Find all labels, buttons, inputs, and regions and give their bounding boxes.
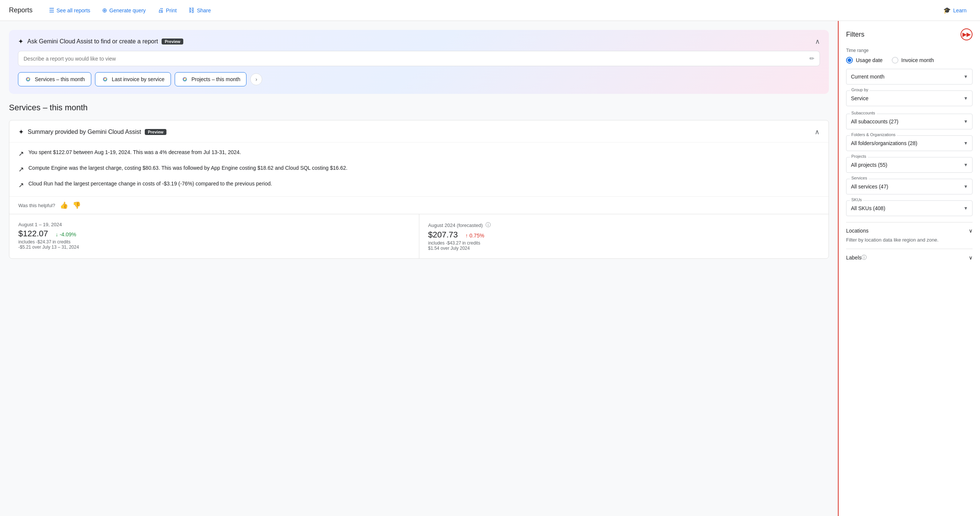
share-link[interactable]: ⛓ Share	[184, 5, 215, 16]
period2-label: August 2024 (forecasted) ⓘ	[428, 222, 820, 229]
period2-sub: includes -$43.27 in credits	[428, 240, 820, 246]
summary-header: ✦ Summary provided by Gemini Cloud Assis…	[10, 121, 829, 143]
print-link[interactable]: 🖨 Print	[153, 5, 181, 16]
skus-wrapper: SKUs All SKUs (408) ▼	[846, 200, 972, 216]
gemini-bar-header: ✦ Ask Gemini Cloud Assist to find or cre…	[18, 37, 820, 46]
summary-item-1: ↗ You spent $122.07 between Aug 1-19, 20…	[18, 148, 819, 159]
locations-section: Locations ∨ Filter by location data like…	[846, 222, 972, 249]
gemini-input-row: ✏	[18, 51, 820, 66]
period1-label: August 1 – 19, 2024	[18, 222, 410, 227]
thumbs-up-button[interactable]: 👍	[60, 201, 68, 210]
chips-next-button[interactable]: ›	[250, 73, 262, 85]
trend-icon-2: ↗	[18, 165, 24, 175]
labels-chevron-icon: ∨	[969, 255, 972, 260]
folders-orgs-wrapper: Folders & Organizations All folders/orga…	[846, 135, 972, 151]
locations-chevron-icon: ∨	[969, 228, 972, 234]
stat-box-period1: August 1 – 19, 2024 $122.07 ↓ -4.09% inc…	[10, 214, 419, 258]
trend-icon-1: ↗	[18, 149, 24, 159]
gcp-logo-icon-2	[101, 76, 109, 83]
share-icon: ⛓	[189, 7, 194, 14]
group-by-wrapper: Group by Service Project SKU Location ▼	[846, 90, 972, 106]
invoice-month-radio[interactable]	[892, 57, 899, 64]
period-dropdown[interactable]: Current month Last month Last 3 months L…	[846, 69, 972, 84]
subaccounts-dropdown[interactable]: All subaccounts (27)	[846, 114, 972, 129]
summary-collapse-icon[interactable]: ∧	[815, 128, 819, 136]
report-title: Services – this month	[9, 103, 829, 113]
summary-title: ✦ Summary provided by Gemini Cloud Assis…	[18, 128, 167, 136]
services-label: Services	[850, 176, 869, 180]
projects-label: Projects	[850, 154, 868, 159]
period-dropdown-wrapper: Current month Last month Last 3 months L…	[846, 69, 972, 84]
labels-header[interactable]: Labels ⓘ ∨	[846, 254, 972, 261]
collapse-icon[interactable]: ∧	[815, 37, 820, 46]
period2-change: ↑ 0.75%	[465, 233, 484, 238]
close-panel-icon: ▶▶	[963, 32, 970, 37]
locations-header[interactable]: Locations ∨	[846, 228, 972, 234]
subaccounts-wrapper: Subaccounts All subaccounts (27) ▼	[846, 114, 972, 129]
summary-preview-badge: Preview	[145, 129, 167, 135]
search-icon: ⊕	[102, 7, 107, 14]
nav-links: ☰ See all reports ⊕ Generate query 🖨 Pri…	[45, 5, 971, 16]
generate-query-link[interactable]: ⊕ Generate query	[98, 5, 150, 16]
period1-sub: includes -$24.37 in credits	[18, 239, 410, 245]
sparkle-icon: ✦	[18, 37, 24, 46]
gcp-logo-icon	[24, 76, 32, 83]
period2-value: $207.73	[428, 230, 458, 240]
trend-icon-3: ↗	[18, 180, 24, 191]
preview-badge: Preview	[162, 38, 183, 44]
filters-panel: Filters ▶▶ Time range Usage date Invoice…	[838, 21, 980, 516]
projects-dropdown[interactable]: All projects (55)	[846, 157, 972, 173]
stat-box-period2: August 2024 (forecasted) ⓘ $207.73 ↑ 0.7…	[419, 214, 829, 258]
group-by-label: Group by	[850, 87, 870, 92]
filters-header: Filters ▶▶	[846, 29, 972, 40]
summary-item-3: ↗ Cloud Run had the largest percentage c…	[18, 180, 819, 191]
helpful-row: Was this helpful? 👍 👎	[10, 196, 829, 214]
period1-top-row: $122.07 ↓ -4.09%	[18, 229, 410, 239]
period1-change-sub: -$5.21 over July 13 – 31, 2024	[18, 245, 410, 250]
edit-icon: ✏	[810, 55, 814, 62]
usage-date-option[interactable]: Usage date	[846, 57, 883, 64]
period1-value: $122.07	[18, 229, 48, 238]
chip-last-invoice[interactable]: Last invoice by service	[95, 72, 171, 86]
labels-section: Labels ⓘ ∨	[846, 249, 972, 266]
list-icon: ☰	[49, 7, 54, 14]
invoice-month-option[interactable]: Invoice month	[892, 57, 934, 64]
gemini-search-input[interactable]	[24, 56, 810, 62]
services-dropdown[interactable]: All services (47)	[846, 179, 972, 194]
top-nav: Reports ☰ See all reports ⊕ Generate que…	[0, 0, 980, 21]
skus-label: SKUs	[850, 197, 863, 202]
gemini-bar: ✦ Ask Gemini Cloud Assist to find or cre…	[9, 30, 829, 94]
content-area: ✦ Ask Gemini Cloud Assist to find or cre…	[0, 21, 838, 516]
labels-info-icon: ⓘ	[861, 254, 867, 261]
summary-item-2: ↗ Compute Engine was the largest charge,…	[18, 164, 819, 175]
period2-change-sub: $1.54 over July 2024	[428, 246, 820, 251]
suggestion-chips: Services – this month Last invoice by se…	[18, 72, 820, 86]
locations-content: Filter by location data like region and …	[846, 237, 972, 243]
page-title: Reports	[9, 6, 33, 14]
chip-projects-month[interactable]: Projects – this month	[175, 72, 247, 86]
print-icon: 🖨	[158, 7, 164, 14]
summary-body: ↗ You spent $122.07 between Aug 1-19, 20…	[10, 143, 829, 196]
summary-card: ✦ Summary provided by Gemini Cloud Assis…	[9, 120, 829, 259]
filters-close-button[interactable]: ▶▶	[961, 29, 972, 40]
time-range-section: Time range Usage date Invoice month Curr…	[846, 48, 972, 106]
see-all-reports-link[interactable]: ☰ See all reports	[45, 5, 95, 16]
time-range-label: Time range	[846, 48, 972, 53]
stats-row: August 1 – 19, 2024 $122.07 ↓ -4.09% inc…	[10, 214, 829, 258]
skus-dropdown[interactable]: All SKUs (408)	[846, 200, 972, 216]
usage-date-radio[interactable]	[846, 57, 853, 64]
chip-services-month[interactable]: Services – this month	[18, 72, 91, 86]
info-icon: ⓘ	[485, 222, 491, 229]
thumbs-down-button[interactable]: 👎	[73, 201, 81, 210]
gcp-logo-icon-3	[181, 76, 189, 83]
period2-top-row: $207.73 ↑ 0.75%	[428, 230, 820, 240]
subaccounts-label: Subaccounts	[850, 111, 877, 115]
projects-wrapper: Projects All projects (55) ▼	[846, 157, 972, 173]
main-layout: ✦ Ask Gemini Cloud Assist to find or cre…	[0, 21, 980, 516]
learn-link[interactable]: 🎓 Learn	[939, 5, 971, 16]
folders-orgs-label: Folders & Organizations	[850, 132, 897, 137]
nav-right: 🎓 Learn	[939, 5, 971, 16]
group-by-dropdown[interactable]: Service Project SKU Location	[846, 90, 972, 106]
folders-orgs-dropdown[interactable]: All folders/organizations (28)	[846, 135, 972, 151]
filters-title: Filters	[846, 31, 864, 38]
